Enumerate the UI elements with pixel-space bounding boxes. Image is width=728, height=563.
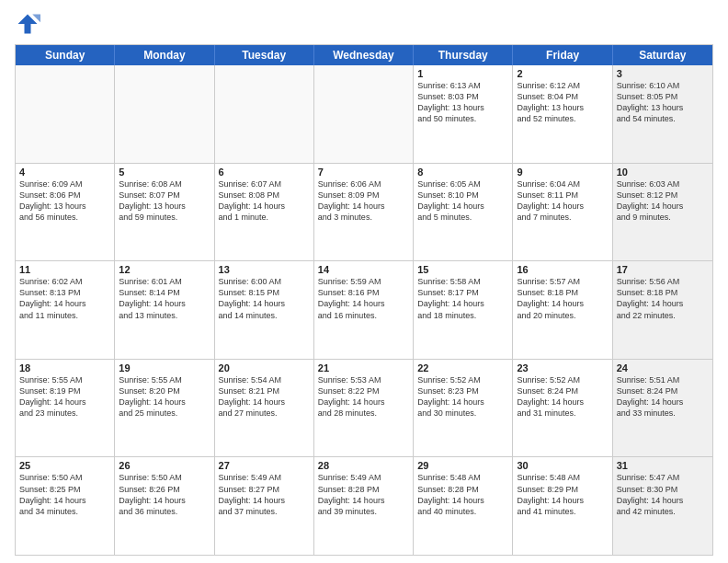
- cell-info-text: Sunrise: 6:13 AM Sunset: 8:03 PM Dayligh…: [417, 80, 508, 125]
- calendar-body: 1Sunrise: 6:13 AM Sunset: 8:03 PM Daylig…: [16, 65, 712, 555]
- calendar-header: SundayMondayTuesdayWednesdayThursdayFrid…: [16, 45, 712, 65]
- cell-date-number: 23: [517, 362, 608, 373]
- calendar-cell: 8Sunrise: 6:05 AM Sunset: 8:10 PM Daylig…: [414, 164, 513, 261]
- calendar-cell: 26Sunrise: 5:50 AM Sunset: 8:26 PM Dayli…: [115, 457, 214, 555]
- cell-info-text: Sunrise: 5:49 AM Sunset: 8:27 PM Dayligh…: [219, 472, 310, 517]
- cell-date-number: 14: [318, 264, 409, 275]
- cell-date-number: 22: [417, 362, 508, 373]
- calendar-cell: 14Sunrise: 5:59 AM Sunset: 8:16 PM Dayli…: [314, 261, 414, 359]
- cell-info-text: Sunrise: 6:09 AM Sunset: 8:06 PM Dayligh…: [19, 178, 110, 224]
- calendar-cell: 31Sunrise: 5:47 AM Sunset: 8:30 PM Dayli…: [613, 457, 712, 555]
- calendar-cell: 16Sunrise: 5:57 AM Sunset: 8:18 PM Dayli…: [513, 261, 612, 359]
- calendar-cell: [16, 65, 115, 163]
- calendar-cell: 11Sunrise: 6:02 AM Sunset: 8:13 PM Dayli…: [16, 261, 115, 359]
- cell-info-text: Sunrise: 6:04 AM Sunset: 8:11 PM Dayligh…: [517, 178, 608, 224]
- calendar-cell: 24Sunrise: 5:51 AM Sunset: 8:24 PM Dayli…: [613, 360, 712, 457]
- cell-date-number: 25: [19, 460, 110, 471]
- cell-info-text: Sunrise: 6:08 AM Sunset: 8:07 PM Dayligh…: [119, 178, 210, 224]
- page: SundayMondayTuesdayWednesdayThursdayFrid…: [0, 0, 728, 563]
- cell-date-number: 1: [417, 68, 508, 79]
- cell-info-text: Sunrise: 5:54 AM Sunset: 8:21 PM Dayligh…: [219, 374, 310, 419]
- cell-info-text: Sunrise: 5:52 AM Sunset: 8:23 PM Dayligh…: [417, 374, 508, 419]
- cell-info-text: Sunrise: 5:59 AM Sunset: 8:16 PM Dayligh…: [318, 276, 409, 321]
- calendar-cell: 27Sunrise: 5:49 AM Sunset: 8:27 PM Dayli…: [215, 457, 314, 555]
- cell-info-text: Sunrise: 5:48 AM Sunset: 8:28 PM Dayligh…: [417, 472, 508, 517]
- cell-date-number: 8: [417, 167, 508, 178]
- calendar-cell: 2Sunrise: 6:12 AM Sunset: 8:04 PM Daylig…: [513, 65, 612, 163]
- logo-icon: [15, 11, 40, 37]
- calendar-cell: 30Sunrise: 5:48 AM Sunset: 8:29 PM Dayli…: [513, 457, 612, 555]
- calendar-cell: 12Sunrise: 6:01 AM Sunset: 8:14 PM Dayli…: [115, 261, 214, 359]
- calendar-cell: [314, 65, 414, 163]
- calendar-cell: 4Sunrise: 6:09 AM Sunset: 8:06 PM Daylig…: [16, 164, 115, 261]
- cell-date-number: 4: [19, 167, 110, 178]
- cell-date-number: 9: [517, 167, 608, 178]
- calendar-cell: 15Sunrise: 5:58 AM Sunset: 8:17 PM Dayli…: [414, 261, 513, 359]
- header: [15, 11, 713, 37]
- cell-info-text: Sunrise: 5:58 AM Sunset: 8:17 PM Dayligh…: [417, 276, 508, 321]
- cell-date-number: 2: [517, 68, 608, 79]
- header-day-saturday: Saturday: [613, 45, 712, 65]
- cell-info-text: Sunrise: 5:47 AM Sunset: 8:30 PM Dayligh…: [617, 472, 709, 517]
- cell-date-number: 28: [318, 460, 409, 471]
- calendar-cell: 6Sunrise: 6:07 AM Sunset: 8:08 PM Daylig…: [215, 164, 314, 261]
- cell-date-number: 12: [119, 264, 210, 275]
- cell-info-text: Sunrise: 6:02 AM Sunset: 8:13 PM Dayligh…: [19, 276, 110, 321]
- cell-info-text: Sunrise: 6:12 AM Sunset: 8:04 PM Dayligh…: [517, 80, 608, 125]
- cell-date-number: 27: [219, 460, 310, 471]
- cell-date-number: 20: [219, 362, 310, 373]
- calendar-week-4: 18Sunrise: 5:55 AM Sunset: 8:19 PM Dayli…: [16, 360, 712, 458]
- calendar-cell: 3Sunrise: 6:10 AM Sunset: 8:05 PM Daylig…: [613, 65, 712, 163]
- logo: [15, 11, 44, 37]
- calendar-cell: 19Sunrise: 5:55 AM Sunset: 8:20 PM Dayli…: [115, 360, 214, 457]
- calendar-cell: 9Sunrise: 6:04 AM Sunset: 8:11 PM Daylig…: [513, 164, 612, 261]
- cell-date-number: 13: [219, 264, 310, 275]
- calendar-cell: 17Sunrise: 5:56 AM Sunset: 8:18 PM Dayli…: [613, 261, 712, 359]
- calendar-cell: 13Sunrise: 6:00 AM Sunset: 8:15 PM Dayli…: [215, 261, 314, 359]
- cell-info-text: Sunrise: 6:07 AM Sunset: 8:08 PM Dayligh…: [219, 178, 310, 224]
- svg-marker-0: [18, 15, 38, 34]
- calendar-cell: 21Sunrise: 5:53 AM Sunset: 8:22 PM Dayli…: [314, 360, 414, 457]
- header-day-thursday: Thursday: [414, 45, 513, 65]
- header-day-sunday: Sunday: [16, 45, 115, 65]
- calendar-cell: 20Sunrise: 5:54 AM Sunset: 8:21 PM Dayli…: [215, 360, 314, 457]
- calendar-cell: 5Sunrise: 6:08 AM Sunset: 8:07 PM Daylig…: [115, 164, 214, 261]
- calendar: SundayMondayTuesdayWednesdayThursdayFrid…: [15, 44, 713, 556]
- cell-info-text: Sunrise: 6:01 AM Sunset: 8:14 PM Dayligh…: [119, 276, 210, 321]
- calendar-cell: 10Sunrise: 6:03 AM Sunset: 8:12 PM Dayli…: [613, 164, 712, 261]
- cell-date-number: 18: [19, 362, 110, 373]
- header-day-tuesday: Tuesday: [215, 45, 314, 65]
- cell-info-text: Sunrise: 5:53 AM Sunset: 8:22 PM Dayligh…: [318, 374, 409, 419]
- cell-info-text: Sunrise: 5:55 AM Sunset: 8:20 PM Dayligh…: [119, 374, 210, 419]
- cell-info-text: Sunrise: 5:51 AM Sunset: 8:24 PM Dayligh…: [617, 374, 709, 419]
- cell-date-number: 31: [617, 460, 709, 471]
- calendar-cell: 1Sunrise: 6:13 AM Sunset: 8:03 PM Daylig…: [414, 65, 513, 163]
- calendar-week-2: 4Sunrise: 6:09 AM Sunset: 8:06 PM Daylig…: [16, 164, 712, 262]
- calendar-cell: 25Sunrise: 5:50 AM Sunset: 8:25 PM Dayli…: [16, 457, 115, 555]
- cell-info-text: Sunrise: 5:48 AM Sunset: 8:29 PM Dayligh…: [517, 472, 608, 517]
- cell-info-text: Sunrise: 5:56 AM Sunset: 8:18 PM Dayligh…: [617, 276, 709, 321]
- cell-info-text: Sunrise: 6:00 AM Sunset: 8:15 PM Dayligh…: [219, 276, 310, 321]
- cell-date-number: 21: [318, 362, 409, 373]
- header-day-friday: Friday: [513, 45, 612, 65]
- cell-info-text: Sunrise: 5:52 AM Sunset: 8:24 PM Dayligh…: [517, 374, 608, 419]
- calendar-cell: [215, 65, 314, 163]
- calendar-cell: 7Sunrise: 6:06 AM Sunset: 8:09 PM Daylig…: [314, 164, 414, 261]
- cell-date-number: 5: [119, 167, 210, 178]
- cell-date-number: 15: [417, 264, 508, 275]
- cell-info-text: Sunrise: 6:10 AM Sunset: 8:05 PM Dayligh…: [617, 80, 709, 125]
- calendar-cell: 22Sunrise: 5:52 AM Sunset: 8:23 PM Dayli…: [414, 360, 513, 457]
- cell-date-number: 10: [617, 167, 709, 178]
- header-day-wednesday: Wednesday: [314, 45, 414, 65]
- cell-date-number: 24: [617, 362, 709, 373]
- cell-date-number: 26: [119, 460, 210, 471]
- calendar-cell: 29Sunrise: 5:48 AM Sunset: 8:28 PM Dayli…: [414, 457, 513, 555]
- cell-date-number: 19: [119, 362, 210, 373]
- header-day-monday: Monday: [115, 45, 214, 65]
- cell-info-text: Sunrise: 5:57 AM Sunset: 8:18 PM Dayligh…: [517, 276, 608, 321]
- cell-info-text: Sunrise: 5:50 AM Sunset: 8:25 PM Dayligh…: [19, 472, 110, 517]
- calendar-cell: 18Sunrise: 5:55 AM Sunset: 8:19 PM Dayli…: [16, 360, 115, 457]
- cell-date-number: 11: [19, 264, 110, 275]
- calendar-cell: [115, 65, 214, 163]
- cell-date-number: 16: [517, 264, 608, 275]
